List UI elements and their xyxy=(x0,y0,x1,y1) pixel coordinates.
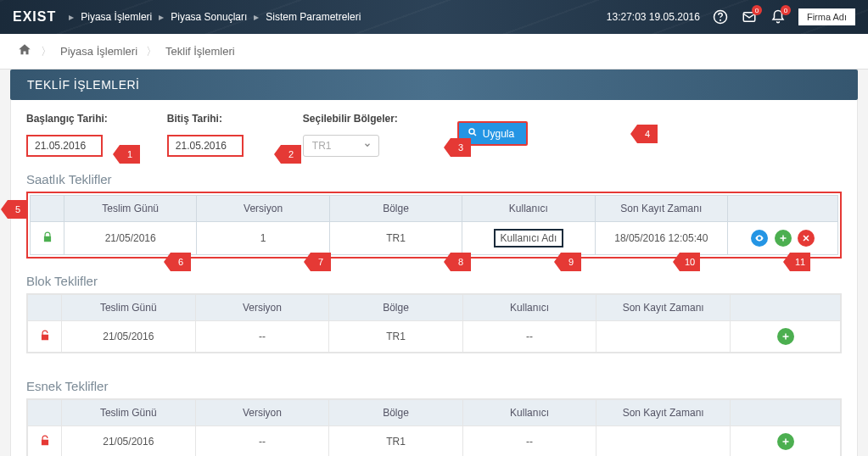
flex-table: Teslim Günü Versiyon Bölge Kullanıcı Son… xyxy=(27,399,841,456)
annotation-2: 2 xyxy=(281,145,301,164)
chevron-right-icon: ▸ xyxy=(69,11,74,23)
help-icon[interactable] xyxy=(712,8,729,25)
annotation-9: 9 xyxy=(561,253,581,271)
annotation-6: 6 xyxy=(171,253,191,271)
cell-actions xyxy=(731,321,841,353)
flex-table-frame: Teslim Günü Versiyon Bölge Kullanıcı Son… xyxy=(26,398,842,456)
cell-date: 21/05/2016 xyxy=(62,321,196,353)
svg-point-3 xyxy=(469,129,474,134)
col-actions xyxy=(731,295,841,321)
col-teslim: Teslim Günü xyxy=(62,295,196,321)
end-date-input[interactable] xyxy=(167,135,244,157)
cell-user: Kullanıcı Adı xyxy=(462,222,595,255)
annotation-10: 10 xyxy=(680,253,700,271)
logo: EXIST xyxy=(13,9,56,25)
svg-point-1 xyxy=(720,19,721,20)
table-row: 21/05/2016 1 TR1 Kullanıcı Adı 18/05/201… xyxy=(31,222,838,255)
annotation-4: 4 xyxy=(637,125,658,143)
col-kullanici: Kullanıcı xyxy=(462,400,596,426)
lock-cell[interactable] xyxy=(31,222,64,255)
bell-icon[interactable]: 0 xyxy=(770,8,787,25)
content-wrap: Başlangıç Tarihi: Bitiş Tarihi: Seçilebi… xyxy=(10,100,858,456)
cell-last xyxy=(596,426,731,457)
chevron-right-icon: 〉 xyxy=(146,44,157,59)
annotation-3: 3 xyxy=(451,138,471,157)
table-row: 21/05/2016 -- TR1 -- xyxy=(28,321,841,353)
cell-user: -- xyxy=(462,321,596,353)
cell-version: -- xyxy=(195,426,329,457)
breadcrumb-item: Teklif İşlemleri xyxy=(165,45,235,58)
filter-region: Seçilebilir Bölgeler: TR1 xyxy=(303,113,398,157)
col-actions xyxy=(728,196,838,222)
start-date-input[interactable] xyxy=(26,135,103,157)
nav-piyasa-sonuclari[interactable]: Piyasa Sonuçları xyxy=(171,11,247,23)
add-button[interactable] xyxy=(775,230,792,247)
nav-piyasa-islemleri[interactable]: Piyasa İşlemleri xyxy=(81,11,152,23)
annotation-7: 7 xyxy=(311,253,331,271)
filter-end-date: Bitiş Tarihi: xyxy=(167,113,244,157)
cell-version: 1 xyxy=(197,222,329,255)
col-lock xyxy=(31,196,64,222)
col-sonkayit: Son Kayıt Zamanı xyxy=(596,400,731,426)
mail-icon[interactable]: 0 xyxy=(741,8,758,25)
section-title-block: Blok Teklifler xyxy=(26,274,842,288)
add-button[interactable] xyxy=(777,433,794,450)
cell-date: 21/05/2016 xyxy=(64,222,197,255)
annotation-11: 11 xyxy=(790,253,810,271)
cell-region: TR1 xyxy=(329,222,462,255)
chevron-down-icon xyxy=(363,140,372,152)
col-versiyon: Versiyon xyxy=(197,196,329,222)
col-versiyon: Versiyon xyxy=(195,295,329,321)
annotation-5: 5 xyxy=(8,200,28,219)
table-header-row: Teslim Günü Versiyon Bölge Kullanıcı Son… xyxy=(31,196,838,222)
col-lock xyxy=(28,400,62,426)
cell-date: 21/05/2016 xyxy=(62,426,196,457)
chevron-right-icon: ▸ xyxy=(159,11,164,23)
add-button[interactable] xyxy=(777,328,794,345)
cell-last xyxy=(596,321,731,353)
section-title-flex: Esnek Teklifler xyxy=(26,379,842,393)
home-icon[interactable] xyxy=(17,42,32,60)
top-bar: EXIST ▸ Piyasa İşlemleri ▸ Piyasa Sonuçl… xyxy=(0,0,868,34)
cell-user: -- xyxy=(462,426,596,457)
col-kullanici: Kullanıcı xyxy=(462,196,595,222)
nav-sistem-parametreleri[interactable]: Sistem Parametreleri xyxy=(266,11,361,23)
col-lock xyxy=(28,295,62,321)
col-actions xyxy=(731,400,841,426)
cell-region: TR1 xyxy=(329,426,463,457)
col-sonkayit: Son Kayıt Zamanı xyxy=(595,196,727,222)
top-right: 13:27:03 19.05.2016 0 0 Firma Adı xyxy=(607,8,855,25)
col-versiyon: Versiyon xyxy=(195,400,329,426)
col-sonkayit: Son Kayıt Zamanı xyxy=(596,295,731,321)
datetime-display: 13:27:03 19.05.2016 xyxy=(607,11,700,23)
region-select[interactable]: TR1 xyxy=(303,135,379,157)
col-bolge: Bölge xyxy=(329,196,462,222)
apply-button-label: Uygula xyxy=(483,128,514,140)
mail-badge: 0 xyxy=(752,5,762,15)
end-date-label: Bitiş Tarihi: xyxy=(167,113,244,125)
cell-region: TR1 xyxy=(329,321,463,353)
chevron-right-icon: ▸ xyxy=(254,11,259,23)
view-button[interactable] xyxy=(751,230,768,247)
lock-cell[interactable] xyxy=(28,321,62,353)
col-kullanici: Kullanıcı xyxy=(462,295,596,321)
start-date-label: Başlangıç Tarihi: xyxy=(26,113,108,125)
delete-button[interactable] xyxy=(798,230,815,247)
lock-cell[interactable] xyxy=(28,426,62,457)
firm-name-box[interactable]: Firma Adı xyxy=(798,8,855,25)
block-table: Teslim Günü Versiyon Bölge Kullanıcı Son… xyxy=(27,294,841,353)
table-header-row: Teslim Günü Versiyon Bölge Kullanıcı Son… xyxy=(28,295,841,321)
col-teslim: Teslim Günü xyxy=(62,400,196,426)
annotation-8: 8 xyxy=(451,253,471,271)
cell-last: 18/05/2016 12:05:40 xyxy=(595,222,727,255)
hourly-table: Teslim Günü Versiyon Bölge Kullanıcı Son… xyxy=(30,195,838,255)
top-nav: ▸ Piyasa İşlemleri ▸ Piyasa Sonuçları ▸ … xyxy=(69,11,361,23)
breadcrumb-item[interactable]: Piyasa İşlemleri xyxy=(60,45,137,58)
cell-actions xyxy=(731,426,841,457)
filter-start-date: Başlangıç Tarihi: xyxy=(26,113,108,157)
page-title: TEKLİF İŞLEMLERİ xyxy=(10,70,858,100)
hourly-table-frame: Teslim Günü Versiyon Bölge Kullanıcı Son… xyxy=(26,192,842,259)
block-table-frame: Teslim Günü Versiyon Bölge Kullanıcı Son… xyxy=(26,293,842,353)
bell-badge: 0 xyxy=(781,5,791,15)
col-bolge: Bölge xyxy=(329,295,463,321)
